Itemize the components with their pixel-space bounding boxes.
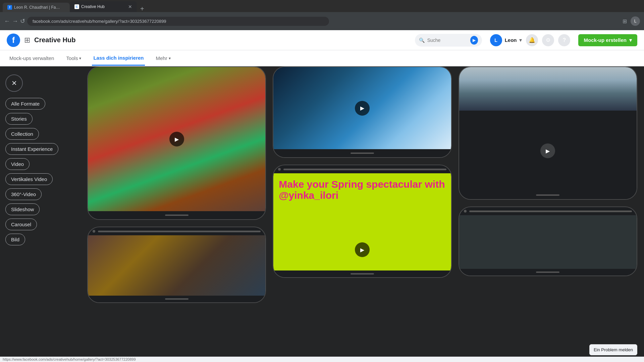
grid-icon[interactable]: ⊞ xyxy=(24,36,30,45)
food-media: ▶ xyxy=(88,67,265,211)
mock-up-dropdown-icon: ▾ xyxy=(629,37,632,43)
filter-collection[interactable]: Collection xyxy=(5,128,39,140)
phone-card-gray[interactable]: ▶ xyxy=(459,66,637,200)
profile-icon[interactable]: L xyxy=(631,16,640,26)
tab2-title: Creative Hub xyxy=(81,4,105,9)
filter-video[interactable]: Video xyxy=(5,158,30,170)
filter-slideshow[interactable]: Slideshow xyxy=(5,203,40,215)
dark-phone-top xyxy=(459,207,637,215)
green-line xyxy=(283,169,446,170)
phone-bottom-food xyxy=(88,211,265,219)
nav-manage[interactable]: Mock-ups verwalten xyxy=(8,51,55,65)
home-bar-dark xyxy=(536,272,559,273)
blue-phone-bottom xyxy=(273,149,451,157)
tab2-close[interactable]: ✕ xyxy=(128,4,132,9)
filter-360-video[interactable]: 360°-Video xyxy=(5,188,42,200)
home-bar-green xyxy=(351,273,374,275)
filter-stories[interactable]: Stories xyxy=(5,113,33,125)
nav-inspire[interactable]: Lass dich inspirieren xyxy=(92,51,145,66)
filter-bild[interactable]: Bild xyxy=(5,234,25,245)
blue-media: ▶ xyxy=(273,67,451,149)
search-icon: 🔍 xyxy=(419,38,425,43)
home-bar-gray xyxy=(536,194,559,196)
city-line xyxy=(98,231,261,232)
fb-logo: f xyxy=(7,34,20,47)
home-bar-city xyxy=(165,298,189,300)
mock-up-create-button[interactable]: Mock-up erstellen ▾ xyxy=(578,34,637,46)
tab1-title: Leon R. Chaudhari | Facebook xyxy=(14,5,61,10)
filter-vertikales-video[interactable]: Vertikales Video xyxy=(5,173,53,185)
browser-chrome: f Leon R. Chaudhari | Facebook C Creativ… xyxy=(0,0,644,30)
filter-alle-formate[interactable]: Alle Formate xyxy=(5,98,45,110)
browser-tab-inactive[interactable]: f Leon R. Chaudhari | Facebook xyxy=(3,3,70,12)
help-icon[interactable]: ? xyxy=(558,34,570,46)
city-dot xyxy=(93,230,95,233)
browser-tab-active[interactable]: C Creative Hub ✕ xyxy=(70,1,137,12)
gray-media-top xyxy=(459,67,637,111)
green-dot xyxy=(278,168,281,171)
browser-right-icons: ⊞ L xyxy=(620,16,640,26)
gallery-column-2: ▶ Make your Spring spectacula xyxy=(273,66,451,303)
phone-card-dark[interactable] xyxy=(459,206,637,276)
browser-tabs: f Leon R. Chaudhari | Facebook C Creativ… xyxy=(0,0,644,12)
more-dropdown-icon: ▾ xyxy=(169,56,171,61)
user-section: L Leon ▾ xyxy=(490,34,522,46)
home-bar-blue xyxy=(351,153,374,154)
nav-more[interactable]: Mehr ▾ xyxy=(154,51,172,65)
green-ad-text: Make your Spring spectacular with @yinka… xyxy=(279,179,445,201)
url-text: facebook.com/ads/creativehub/home/galler… xyxy=(33,19,166,24)
refresh-button[interactable]: ↺ xyxy=(20,17,25,25)
phone-card-food[interactable]: ▶ xyxy=(87,66,266,220)
gallery-column-1: ▶ xyxy=(87,66,266,303)
dark-dot xyxy=(464,210,467,213)
dark-line xyxy=(469,210,632,212)
main-content: ✕ Alle Formate Stories Collection Instan… xyxy=(0,66,644,362)
gallery: ▶ xyxy=(80,66,644,362)
play-button-food[interactable]: ▶ xyxy=(169,132,184,146)
sidebar: ✕ Alle Formate Stories Collection Instan… xyxy=(0,66,80,362)
phone-card-city[interactable] xyxy=(87,227,266,303)
browser-addressbar: ← → ↺ facebook.com/ads/creativehub/home/… xyxy=(0,12,644,30)
city-phone-bottom xyxy=(88,296,265,302)
home-bar-food xyxy=(165,215,189,216)
extensions-icon[interactable]: ⊞ xyxy=(620,16,629,26)
user-dropdown-icon[interactable]: ▾ xyxy=(519,37,522,43)
phone-card-green[interactable]: Make your Spring spectacular with @yinka… xyxy=(273,165,451,278)
search-bar[interactable]: 🔍 ▶ xyxy=(415,34,482,47)
search-input[interactable] xyxy=(427,38,468,43)
bell-icon[interactable]: 🔔 xyxy=(526,34,538,46)
gray-phone-bottom xyxy=(459,191,637,199)
dark-media xyxy=(459,215,637,269)
filter-carousel[interactable]: Carousel xyxy=(5,219,37,230)
play-button-gray[interactable]: ▶ xyxy=(540,143,555,158)
problem-report-button[interactable]: Ein Problem melden xyxy=(589,344,637,355)
play-button-blue[interactable]: ▶ xyxy=(355,101,370,116)
green-phone-top xyxy=(273,165,451,173)
nav-tools[interactable]: Tools ▾ xyxy=(65,51,83,65)
green-ad-media: Make your Spring spectacular with @yinka… xyxy=(273,173,451,270)
green-phone-bottom xyxy=(273,270,451,277)
close-filter-button[interactable]: ✕ xyxy=(5,74,23,92)
back-button[interactable]: ← xyxy=(4,18,10,25)
gray-media-bottom: ▶ xyxy=(459,111,637,191)
secondary-nav: Mock-ups verwalten Tools ▾ Lass dich ins… xyxy=(0,50,644,66)
address-bar[interactable]: facebook.com/ads/creativehub/home/galler… xyxy=(27,17,329,26)
app-title: Creative Hub xyxy=(34,36,75,44)
search-submit-btn[interactable]: ▶ xyxy=(470,36,478,45)
gear-icon[interactable]: ⚙ xyxy=(542,34,554,46)
filter-instant-experience[interactable]: Instant Experience xyxy=(5,143,58,155)
tab2-favicon: C xyxy=(74,4,79,9)
forward-button[interactable]: → xyxy=(12,18,18,25)
tab1-favicon: f xyxy=(7,5,12,10)
tools-dropdown-icon: ▾ xyxy=(79,56,81,61)
gallery-columns: ▶ xyxy=(87,66,637,303)
city-media xyxy=(88,235,265,296)
mock-up-label: Mock-up erstellen xyxy=(584,37,627,43)
gallery-column-3: ▶ xyxy=(459,66,637,303)
play-button-green[interactable]: ▶ xyxy=(355,242,370,257)
city-phone-top xyxy=(88,227,265,235)
dark-phone-bottom xyxy=(459,269,637,276)
tab-add-button[interactable]: + xyxy=(137,5,148,12)
phone-card-blue[interactable]: ▶ xyxy=(273,66,451,158)
facebook-app: f ⊞ Creative Hub 🔍 ▶ L Leon ▾ 🔔 ⚙ ? Mock… xyxy=(0,30,644,362)
